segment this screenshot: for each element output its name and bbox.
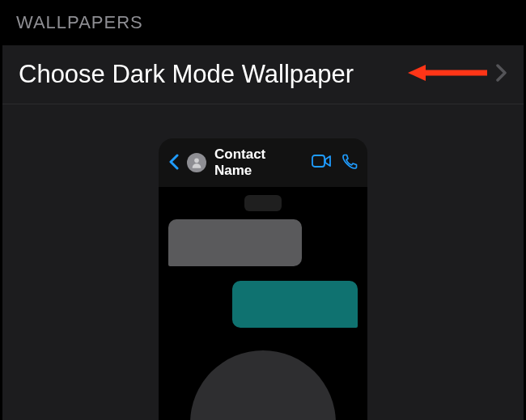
incoming-message-bubble	[168, 219, 302, 266]
wallpapers-panel: Choose Dark Mode Wallpaper	[2, 45, 524, 420]
wallpaper-preview-area: Contact Name	[2, 104, 524, 420]
wallpaper-shape	[190, 350, 336, 420]
video-call-icon	[312, 155, 331, 171]
section-header: WALLPAPERS	[0, 0, 526, 45]
outgoing-message-bubble	[232, 281, 358, 328]
phone-call-icon	[342, 154, 358, 172]
avatar-icon	[187, 153, 206, 172]
annotation-arrow-icon	[408, 63, 487, 86]
svg-point-2	[194, 159, 199, 163]
choose-dark-mode-wallpaper-row[interactable]: Choose Dark Mode Wallpaper	[2, 45, 524, 104]
date-pill	[244, 195, 282, 211]
chat-body	[159, 187, 367, 420]
chat-header: Contact Name	[159, 138, 367, 187]
contact-name: Contact Name	[214, 146, 303, 179]
back-icon	[168, 151, 179, 176]
svg-rect-3	[312, 155, 325, 167]
header-action-icons	[312, 154, 358, 172]
chat-preview: Contact Name	[159, 138, 367, 420]
chevron-right-icon	[496, 62, 507, 87]
svg-marker-1	[408, 65, 426, 81]
choose-row-title: Choose Dark Mode Wallpaper	[19, 60, 354, 89]
